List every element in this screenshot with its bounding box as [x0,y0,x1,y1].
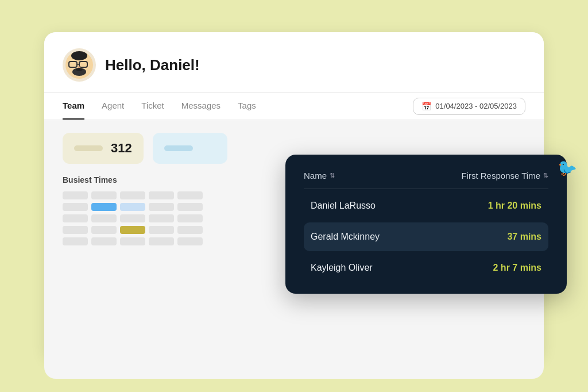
greeting-text: Hello, Daniel! [105,56,200,74]
tab-team[interactable]: Team [63,93,84,120]
hm-cell [63,226,88,234]
hm-cell [120,226,145,234]
hm-cell [177,237,203,245]
stat-label-bar-yellow [74,145,103,151]
agent-time-daniel: 1 hr 20 mins [488,201,541,211]
hm-cell [91,203,117,211]
calendar-icon: 📅 [421,102,431,111]
hm-cell [177,226,203,234]
tab-messages[interactable]: Messages [181,93,220,120]
hm-cell [177,214,203,222]
tab-tags[interactable]: Tags [238,93,256,120]
hm-cell [149,226,174,234]
hm-cell [120,214,145,222]
stat-card-yellow: 312 [63,133,144,164]
popup-header-row: Name ⇅ First Response Time ⇅ [304,171,548,189]
sort-icon-time[interactable]: ⇅ [543,172,548,179]
popup-col-name: Name ⇅ [304,171,335,180]
date-range-text: 01/04/2023 - 02/05/2023 [435,102,517,110]
hm-cell [63,237,88,245]
tab-ticket[interactable]: Ticket [141,93,164,120]
hm-cell [120,203,145,211]
date-filter[interactable]: 📅 01/04/2023 - 02/05/2023 [413,98,525,115]
hm-cell [177,191,203,199]
col-name-label: Name [304,171,327,180]
stat-label-bar-blue [164,145,193,151]
hm-cell [91,237,117,245]
main-card: Hello, Daniel! Team Agent Ticket Message… [44,32,544,360]
hm-cell [91,214,117,222]
popup-col-time: First Response Time ⇅ [461,171,548,180]
col-time-label: First Response Time [461,171,540,180]
agent-name-daniel: Daniel LaRusso [311,201,376,211]
bird-decoration: 🐦 [555,157,579,180]
hm-cell [149,237,174,245]
svg-point-6 [71,51,87,60]
tab-agent[interactable]: Agent [102,93,124,120]
hm-cell [177,203,203,211]
stat-card-blue [153,133,227,164]
hm-cell [149,214,174,222]
hm-cell [63,191,88,199]
avatar [63,48,96,82]
agent-name-kayleigh: Kayleigh Oliver [311,263,373,273]
svg-point-7 [76,68,83,71]
header: Hello, Daniel! [44,32,544,93]
agent-time-gerald: 37 mins [507,232,541,242]
main-content: 312 Busiest Times [44,120,544,379]
hm-cell [149,203,174,211]
hm-cell [120,237,145,245]
stat-value-yellow: 312 [111,141,132,156]
sort-icon-name[interactable]: ⇅ [330,172,335,179]
hm-cell [149,191,174,199]
hm-cell [91,226,117,234]
nav-tabs: Team Agent Ticket Messages Tags 📅 01/04/… [44,93,544,120]
popup-row-daniel: Daniel LaRusso 1 hr 20 mins [304,191,548,220]
agent-time-kayleigh: 2 hr 7 mins [493,263,541,273]
popup-row-kayleigh: Kayleigh Oliver 2 hr 7 mins [304,253,548,282]
popup-card: 🐦 Name ⇅ First Response Time ⇅ Daniel La… [285,155,567,294]
hm-cell [120,191,145,199]
hm-cell [63,203,88,211]
popup-row-gerald: Gerald Mckinney 37 mins [304,222,548,251]
hm-cell [63,214,88,222]
hm-cell [91,191,117,199]
agent-name-gerald: Gerald Mckinney [311,232,380,242]
